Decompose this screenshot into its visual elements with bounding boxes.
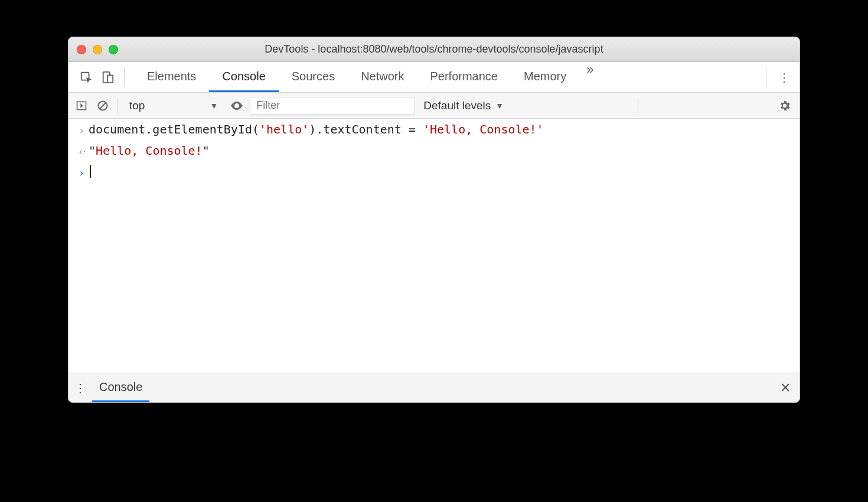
tab-console[interactable]: Console [209, 62, 278, 92]
tab-elements[interactable]: Elements [134, 62, 209, 92]
console-line: document.getElementById('hello').textCon… [89, 121, 544, 138]
tab-network[interactable]: Network [348, 62, 417, 92]
console-prompt[interactable] [89, 164, 91, 180]
code-token: 'hello' [259, 122, 309, 136]
tab-label: Console [222, 70, 265, 83]
main-tabs-bar: Elements Console Sources Network Perform… [68, 62, 800, 93]
chevron-down-icon: ▼ [495, 101, 504, 110]
prompt-marker-icon: › [74, 164, 89, 181]
execution-context-select[interactable]: top ▼ [123, 97, 224, 115]
tab-performance[interactable]: Performance [417, 62, 511, 92]
chevron-right-icon: » [586, 62, 593, 77]
divider [117, 98, 118, 113]
tab-label: Performance [430, 70, 498, 83]
levels-label: Default levels [423, 99, 491, 112]
code-token: " [89, 144, 96, 158]
window-title: DevTools - localhost:8080/web/tools/chro… [68, 43, 800, 56]
drawer-close-button[interactable]: ✕ [771, 373, 800, 402]
live-expression-button[interactable] [229, 99, 245, 113]
code-token: " [203, 144, 210, 158]
drawer: ⋮ Console ✕ [68, 373, 800, 402]
tab-sources[interactable]: Sources [279, 62, 348, 92]
output-marker-icon: ‹· [74, 142, 89, 160]
console-row: ‹·"Hello, Console!" [68, 140, 800, 161]
code-token: 'Hello, Console!' [423, 122, 544, 136]
code-token: Hello, Console! [96, 144, 203, 158]
code-token: ).textContent = [309, 122, 423, 136]
console-toolbar: top ▼ Default levels ▼ [68, 93, 800, 119]
minimize-window-button[interactable] [93, 45, 102, 54]
console-row: › [68, 161, 800, 182]
device-toolbar-icon[interactable] [97, 71, 118, 84]
devtools-window: DevTools - localhost:8080/web/tools/chro… [68, 37, 800, 403]
close-icon: ✕ [780, 380, 791, 396]
input-marker-icon: › [74, 121, 89, 139]
chevron-down-icon: ▼ [210, 101, 218, 110]
filter-input[interactable] [250, 97, 415, 115]
inspect-element-icon[interactable] [76, 71, 97, 84]
zoom-window-button[interactable] [109, 45, 118, 54]
log-levels-select[interactable]: Default levels ▼ [420, 99, 507, 112]
more-tabs-button[interactable]: » [579, 62, 601, 92]
text-cursor [90, 165, 91, 178]
tab-memory[interactable]: Memory [511, 62, 579, 92]
clear-console-button[interactable] [94, 100, 111, 112]
tab-label: Network [361, 70, 404, 83]
svg-point-6 [236, 105, 238, 107]
tab-label: Sources [292, 70, 335, 83]
tab-label: Elements [147, 70, 196, 83]
drawer-tab-console[interactable]: Console [92, 373, 149, 402]
toggle-sidebar-button[interactable] [73, 100, 90, 112]
svg-line-5 [100, 102, 106, 109]
kebab-icon: ⋮ [74, 381, 86, 395]
traffic-lights [77, 45, 118, 54]
divider [638, 98, 638, 113]
svg-rect-2 [107, 75, 113, 83]
tab-label: Memory [524, 70, 566, 83]
console-output[interactable]: ›document.getElementById('hello').textCo… [68, 119, 800, 373]
console-row: ›document.getElementById('hello').textCo… [68, 119, 800, 140]
code-token: document.getElementById( [89, 122, 259, 136]
panel-tabs: Elements Console Sources Network Perform… [134, 62, 579, 92]
divider [124, 68, 125, 87]
console-line: "Hello, Console!" [89, 142, 210, 159]
divider [766, 68, 766, 87]
drawer-tab-label: Console [99, 380, 142, 394]
console-settings-button[interactable] [775, 99, 795, 112]
titlebar: DevTools - localhost:8080/web/tools/chro… [68, 37, 800, 62]
context-label: top [129, 99, 145, 112]
main-menu-button[interactable]: ⋮ [772, 70, 796, 84]
kebab-icon: ⋮ [778, 70, 790, 84]
close-window-button[interactable] [77, 45, 86, 54]
drawer-menu-button[interactable]: ⋮ [68, 373, 92, 402]
